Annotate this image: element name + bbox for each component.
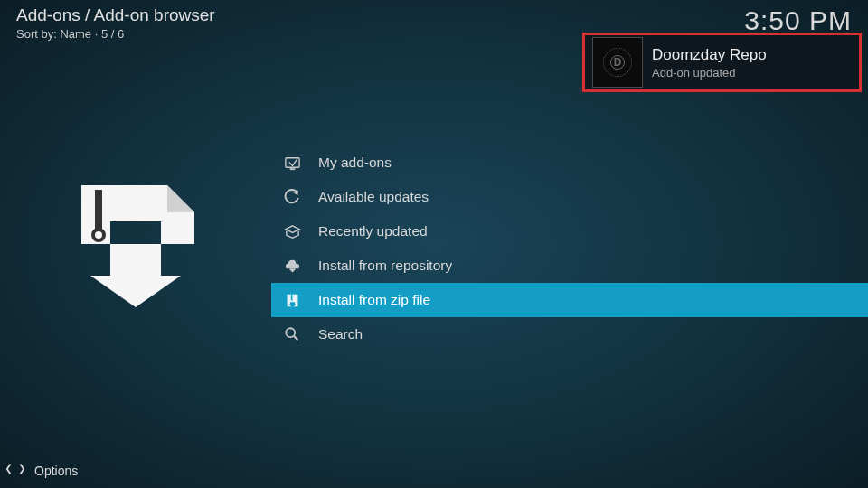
menu-item-recently-updated[interactable]: Recently updated bbox=[271, 214, 868, 249]
menu-item-my-addons[interactable]: My add-ons bbox=[271, 145, 868, 180]
svg-line-7 bbox=[294, 336, 298, 341]
options-label: Options bbox=[34, 464, 78, 478]
zip-file-download-icon bbox=[68, 181, 203, 307]
svg-rect-5 bbox=[290, 294, 292, 300]
zip-icon bbox=[282, 290, 302, 310]
menu: My add-ons Available updates Recently up… bbox=[271, 145, 868, 352]
menu-item-label: Available updates bbox=[318, 189, 429, 205]
clock: 3:50 PM bbox=[744, 5, 852, 36]
menu-item-label: My add-ons bbox=[318, 155, 392, 171]
menu-item-label: Recently updated bbox=[318, 223, 428, 239]
menu-item-install-from-zip-file[interactable]: Install from zip file bbox=[271, 283, 868, 317]
footer-options[interactable]: Options bbox=[5, 462, 78, 479]
svg-rect-3 bbox=[289, 168, 295, 170]
search-icon bbox=[282, 324, 302, 344]
options-arrows-icon bbox=[5, 462, 25, 479]
menu-item-install-from-repository[interactable]: Install from repository bbox=[271, 249, 868, 283]
notification-subtitle: Add-on updated bbox=[652, 66, 767, 80]
menu-item-label: Install from zip file bbox=[318, 292, 430, 308]
left-panel bbox=[0, 0, 271, 488]
recent-icon bbox=[282, 221, 302, 241]
my-addons-icon bbox=[282, 153, 302, 173]
notification-thumbnail: D bbox=[592, 37, 643, 88]
notification-toast[interactable]: D Doomzday Repo Add-on updated bbox=[582, 33, 862, 92]
notification-title: Doomzday Repo bbox=[652, 46, 767, 64]
repo-icon bbox=[282, 256, 302, 276]
menu-item-search[interactable]: Search bbox=[271, 317, 868, 352]
svg-rect-0 bbox=[95, 190, 102, 230]
svg-point-6 bbox=[286, 328, 295, 337]
menu-item-label: Install from repository bbox=[318, 258, 452, 274]
updates-icon bbox=[282, 187, 302, 207]
menu-item-available-updates[interactable]: Available updates bbox=[271, 180, 868, 214]
menu-item-label: Search bbox=[318, 326, 363, 343]
notification-text: Doomzday Repo Add-on updated bbox=[652, 46, 767, 80]
